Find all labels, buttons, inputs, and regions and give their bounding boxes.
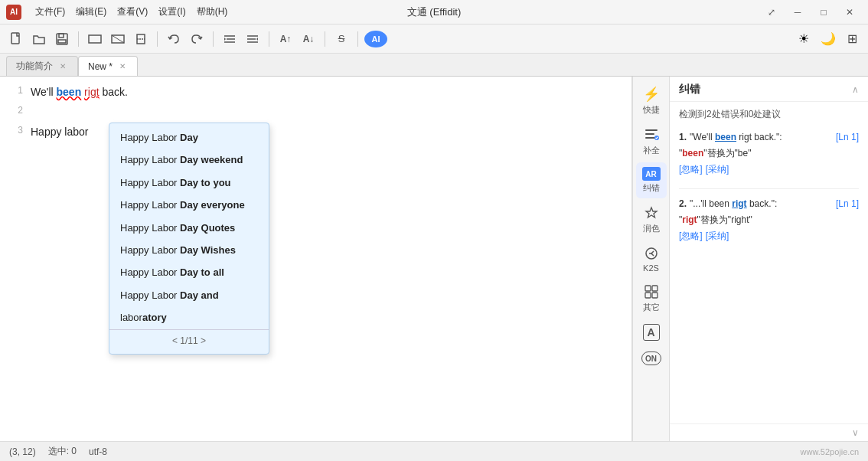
complete-label: 补全 xyxy=(643,145,660,156)
rect1-button[interactable] xyxy=(85,29,105,49)
undo-button[interactable] xyxy=(164,29,184,49)
sidebar-complete-button[interactable]: 补全 xyxy=(636,122,667,161)
right-panel-header: 纠错 ∧ xyxy=(670,77,868,102)
save-file-button[interactable] xyxy=(52,29,72,49)
error-link-2[interactable]: [Ln 1] xyxy=(836,197,859,211)
svg-rect-21 xyxy=(645,286,651,291)
open-file-button[interactable] xyxy=(29,29,49,49)
error-accept-1[interactable]: [采纳] xyxy=(706,162,729,177)
sidebar-other-button[interactable]: 其它 xyxy=(636,279,667,318)
svg-rect-24 xyxy=(652,293,658,298)
error-suggestion-2: "rigt"替换为"right" xyxy=(679,213,859,227)
theme-moon-button[interactable]: 🌙 xyxy=(817,31,839,47)
right-panel-body: 检测到2处错误和0处建议 1. "We'll been rigt back.":… xyxy=(670,102,868,423)
tab-intro-label: 功能简介 xyxy=(16,60,53,73)
indent-left-icon xyxy=(223,34,237,44)
maximize-button[interactable]: □ xyxy=(811,3,836,21)
layout-icon: ⊞ xyxy=(847,31,857,46)
sep6 xyxy=(357,31,358,47)
close-button[interactable]: ✕ xyxy=(837,3,862,21)
theme-sun-button[interactable]: ☀ xyxy=(793,31,814,47)
complete-icon xyxy=(643,126,660,143)
autocomplete-item-9[interactable]: laboratory xyxy=(109,306,269,329)
sep1 xyxy=(78,31,79,47)
status-selection: 选中: 0 xyxy=(48,445,77,458)
autocomplete-item-6[interactable]: Happy Labor Day Wishes xyxy=(109,239,269,261)
indent-left-button[interactable] xyxy=(220,29,240,49)
sidebar-k2s-button[interactable]: K2S xyxy=(636,240,667,277)
redo-button[interactable] xyxy=(187,29,207,49)
menu-bar: 文件(F) 编辑(E) 查看(V) 设置(I) 帮助(H) xyxy=(31,4,232,20)
tab-new[interactable]: New * ✕ xyxy=(78,56,138,76)
error-actions-2: [忽略] [采纳] xyxy=(679,229,859,244)
scroll-down: ∨ xyxy=(670,423,868,441)
sidebar-font-button[interactable]: A xyxy=(636,319,667,345)
on-icon: ON xyxy=(641,351,661,365)
autocomplete-suffix-9: atory xyxy=(142,312,167,323)
page-break-icon xyxy=(134,34,148,44)
autocomplete-item-3[interactable]: Happy Labor Day to you xyxy=(109,172,269,194)
error-text-2: "...'ll been rigt back.": xyxy=(690,197,831,211)
indent-right-button[interactable] xyxy=(243,29,263,49)
error-item-2: 2. "...'ll been rigt back.": [Ln 1] "rig… xyxy=(679,197,859,244)
tabs-bar: 功能简介 ✕ New * ✕ xyxy=(0,54,868,77)
autocomplete-suffix-5: Day Quotes xyxy=(180,222,235,234)
window-title: 文通 (Effidit) xyxy=(407,5,462,19)
minimize-button[interactable]: ─ xyxy=(785,3,810,21)
sidebar-quick-button[interactable]: ⚡ 快捷 xyxy=(636,81,667,120)
editor-area[interactable]: 1 We'll been rigt back. 2 3 Happy labor … xyxy=(0,77,632,441)
title-bar: AI 文件(F) 编辑(E) 查看(V) 设置(I) 帮助(H) 文通 (Eff… xyxy=(0,0,868,25)
error-link-1[interactable]: [Ln 1] xyxy=(836,130,859,145)
error-item-1-header: 1. "We'll been rigt back.": [Ln 1] xyxy=(679,130,859,145)
error-number-2: 2. xyxy=(679,197,687,211)
page-break-button[interactable] xyxy=(131,29,151,49)
sun-icon: ☀ xyxy=(798,31,809,46)
word-been: been xyxy=(57,86,82,98)
tab-new-close[interactable]: ✕ xyxy=(117,61,128,71)
error-actions-1: [忽略] [采纳] xyxy=(679,162,859,177)
autocomplete-item-2[interactable]: Happy Labor Day weekend xyxy=(109,149,269,171)
autocomplete-item-1[interactable]: Happy Labor Day xyxy=(109,126,269,149)
menu-settings[interactable]: 设置(I) xyxy=(154,4,190,20)
layout-button[interactable]: ⊞ xyxy=(842,29,862,49)
svg-rect-17 xyxy=(645,137,656,139)
new-file-button[interactable] xyxy=(6,29,26,49)
rect2-icon xyxy=(111,34,125,44)
word-rigt: rigt xyxy=(84,86,99,98)
font-smaller-button[interactable]: A↓ xyxy=(299,29,318,49)
autocomplete-item-8[interactable]: Happy Labor Day and xyxy=(109,284,269,306)
right-panel-title: 纠错 xyxy=(679,83,700,96)
expand-button[interactable]: ⤢ xyxy=(759,3,784,21)
menu-file[interactable]: 文件(F) xyxy=(31,4,70,20)
menu-help[interactable]: 帮助(H) xyxy=(192,4,233,20)
sidebar-proofread-button[interactable]: AR 纠错 xyxy=(636,162,667,198)
error-highlight-1: been xyxy=(715,132,736,142)
error-highlight-2: rigt xyxy=(732,198,746,209)
strikethrough-button[interactable]: S xyxy=(331,29,351,49)
tab-intro-close[interactable]: ✕ xyxy=(57,61,68,71)
main-area: 1 We'll been rigt back. 2 3 Happy labor … xyxy=(0,77,868,441)
error-replace-1: be xyxy=(738,148,748,159)
quick-label: 快捷 xyxy=(643,104,660,116)
error-ignore-2[interactable]: [忽略] xyxy=(679,229,703,244)
autocomplete-item-5[interactable]: Happy Labor Day Quotes xyxy=(109,217,269,239)
editor-line-3: 3 Happy labor xyxy=(9,123,622,142)
autocomplete-item-7[interactable]: Happy Labor Day to all xyxy=(109,261,269,283)
error-accept-2[interactable]: [采纳] xyxy=(706,229,729,244)
font-larger-icon: A↑ xyxy=(280,34,292,44)
ai-assist-button[interactable]: AI xyxy=(364,31,387,47)
tab-intro[interactable]: 功能简介 ✕ xyxy=(6,56,78,76)
svg-rect-0 xyxy=(11,33,19,44)
error-ignore-1[interactable]: [忽略] xyxy=(679,162,703,177)
svg-rect-16 xyxy=(645,133,654,135)
menu-edit[interactable]: 编辑(E) xyxy=(71,4,111,20)
font-larger-button[interactable]: A↑ xyxy=(276,29,295,49)
rect2-button[interactable] xyxy=(108,29,128,49)
strikethrough-icon: S xyxy=(338,33,345,44)
autocomplete-item-4[interactable]: Happy Labor Day everyone xyxy=(109,194,269,216)
sidebar-on-button[interactable]: ON xyxy=(636,347,667,370)
menu-view[interactable]: 查看(V) xyxy=(113,4,152,20)
autocomplete-nav[interactable]: < 1/11 > xyxy=(109,329,269,351)
sidebar-polish-button[interactable]: 润色 xyxy=(636,200,667,239)
error-suggestion-1: "been"替换为"be" xyxy=(679,146,859,161)
